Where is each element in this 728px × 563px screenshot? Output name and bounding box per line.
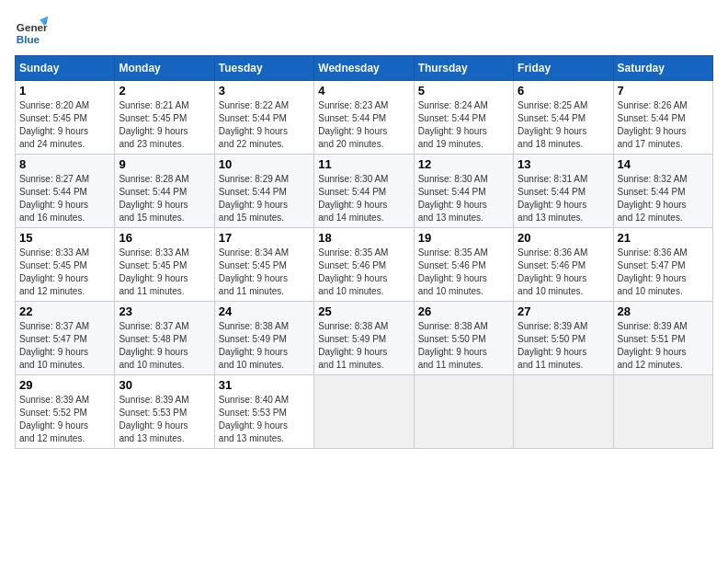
table-row: 26Sunrise: 8:38 AMSunset: 5:50 PMDayligh… xyxy=(414,302,513,375)
day-number: 31 xyxy=(219,378,310,392)
day-number: 9 xyxy=(119,157,210,171)
day-info: Sunrise: 8:33 AMSunset: 5:45 PMDaylight:… xyxy=(119,247,210,298)
col-monday: Monday xyxy=(115,56,214,81)
table-row: 31Sunrise: 8:40 AMSunset: 5:53 PMDayligh… xyxy=(214,375,313,449)
table-row xyxy=(414,375,513,449)
table-row: 18Sunrise: 8:35 AMSunset: 5:46 PMDayligh… xyxy=(314,228,414,302)
day-info: Sunrise: 8:32 AMSunset: 5:44 PMDaylight:… xyxy=(618,173,709,224)
table-row: 22Sunrise: 8:37 AMSunset: 5:47 PMDayligh… xyxy=(16,302,115,375)
col-sunday: Sunday xyxy=(16,56,115,81)
table-row: 25Sunrise: 8:38 AMSunset: 5:49 PMDayligh… xyxy=(314,302,414,375)
table-row: 2Sunrise: 8:21 AMSunset: 5:45 PMDaylight… xyxy=(115,81,214,155)
day-number: 5 xyxy=(418,84,509,98)
day-number: 7 xyxy=(618,84,709,98)
day-number: 6 xyxy=(518,84,609,98)
day-info: Sunrise: 8:38 AMSunset: 5:49 PMDaylight:… xyxy=(318,320,409,372)
day-info: Sunrise: 8:31 AMSunset: 5:44 PMDaylight:… xyxy=(518,173,609,224)
day-number: 21 xyxy=(618,231,709,245)
table-row xyxy=(514,375,613,449)
day-number: 4 xyxy=(318,84,409,98)
day-info: Sunrise: 8:27 AMSunset: 5:44 PMDaylight:… xyxy=(19,173,110,224)
table-row: 27Sunrise: 8:39 AMSunset: 5:50 PMDayligh… xyxy=(514,302,613,375)
col-tuesday: Tuesday xyxy=(214,56,313,81)
day-number: 13 xyxy=(518,157,609,171)
day-number: 3 xyxy=(219,84,310,98)
day-info: Sunrise: 8:38 AMSunset: 5:50 PMDaylight:… xyxy=(418,320,509,372)
day-number: 30 xyxy=(119,378,210,392)
day-number: 29 xyxy=(19,378,110,392)
day-number: 2 xyxy=(119,84,210,98)
day-info: Sunrise: 8:39 AMSunset: 5:51 PMDaylight:… xyxy=(618,320,709,372)
day-info: Sunrise: 8:26 AMSunset: 5:44 PMDaylight:… xyxy=(618,99,709,151)
logo: General Blue xyxy=(15,15,51,48)
table-row: 3Sunrise: 8:22 AMSunset: 5:44 PMDaylight… xyxy=(214,81,313,155)
day-number: 22 xyxy=(19,304,110,318)
day-number: 25 xyxy=(318,304,409,318)
day-number: 16 xyxy=(119,231,210,245)
day-info: Sunrise: 8:33 AMSunset: 5:45 PMDaylight:… xyxy=(19,247,110,298)
table-row: 8Sunrise: 8:27 AMSunset: 5:44 PMDaylight… xyxy=(16,155,115,228)
table-row: 1Sunrise: 8:20 AMSunset: 5:45 PMDaylight… xyxy=(16,81,115,155)
day-number: 11 xyxy=(318,157,409,171)
table-row: 14Sunrise: 8:32 AMSunset: 5:44 PMDayligh… xyxy=(613,155,712,228)
day-info: Sunrise: 8:22 AMSunset: 5:44 PMDaylight:… xyxy=(219,99,310,151)
table-row: 12Sunrise: 8:30 AMSunset: 5:44 PMDayligh… xyxy=(414,155,513,228)
table-row: 9Sunrise: 8:28 AMSunset: 5:44 PMDaylight… xyxy=(115,155,214,228)
day-info: Sunrise: 8:39 AMSunset: 5:50 PMDaylight:… xyxy=(518,320,609,372)
table-row: 23Sunrise: 8:37 AMSunset: 5:48 PMDayligh… xyxy=(115,302,214,375)
day-info: Sunrise: 8:29 AMSunset: 5:44 PMDaylight:… xyxy=(219,173,310,224)
day-number: 27 xyxy=(518,304,609,318)
table-row: 30Sunrise: 8:39 AMSunset: 5:53 PMDayligh… xyxy=(115,375,214,449)
day-number: 8 xyxy=(19,157,110,171)
table-row: 5Sunrise: 8:24 AMSunset: 5:44 PMDaylight… xyxy=(414,81,513,155)
day-info: Sunrise: 8:34 AMSunset: 5:45 PMDaylight:… xyxy=(219,247,310,298)
day-number: 24 xyxy=(219,304,310,318)
table-row: 4Sunrise: 8:23 AMSunset: 5:44 PMDaylight… xyxy=(314,81,414,155)
table-row: 21Sunrise: 8:36 AMSunset: 5:47 PMDayligh… xyxy=(613,228,712,302)
svg-text:Blue: Blue xyxy=(17,33,40,45)
day-info: Sunrise: 8:30 AMSunset: 5:44 PMDaylight:… xyxy=(418,173,509,224)
table-row: 10Sunrise: 8:29 AMSunset: 5:44 PMDayligh… xyxy=(214,155,313,228)
day-info: Sunrise: 8:37 AMSunset: 5:48 PMDaylight:… xyxy=(119,320,210,372)
day-info: Sunrise: 8:35 AMSunset: 5:46 PMDaylight:… xyxy=(418,247,509,298)
day-info: Sunrise: 8:28 AMSunset: 5:44 PMDaylight:… xyxy=(119,173,210,224)
day-info: Sunrise: 8:23 AMSunset: 5:44 PMDaylight:… xyxy=(318,99,409,151)
calendar-table: Sunday Monday Tuesday Wednesday Thursday… xyxy=(15,55,713,449)
day-info: Sunrise: 8:21 AMSunset: 5:45 PMDaylight:… xyxy=(119,99,210,151)
day-number: 10 xyxy=(219,157,310,171)
day-number: 19 xyxy=(418,231,509,245)
day-info: Sunrise: 8:20 AMSunset: 5:45 PMDaylight:… xyxy=(19,99,110,151)
table-row xyxy=(613,375,712,449)
day-number: 17 xyxy=(219,231,310,245)
day-info: Sunrise: 8:24 AMSunset: 5:44 PMDaylight:… xyxy=(418,99,509,151)
day-info: Sunrise: 8:36 AMSunset: 5:47 PMDaylight:… xyxy=(618,247,709,298)
table-row xyxy=(314,375,414,449)
table-row: 6Sunrise: 8:25 AMSunset: 5:44 PMDaylight… xyxy=(514,81,613,155)
col-friday: Friday xyxy=(514,56,613,81)
calendar-week-row: 8Sunrise: 8:27 AMSunset: 5:44 PMDaylight… xyxy=(16,155,713,228)
day-info: Sunrise: 8:38 AMSunset: 5:49 PMDaylight:… xyxy=(219,320,310,372)
day-info: Sunrise: 8:40 AMSunset: 5:53 PMDaylight:… xyxy=(219,394,310,445)
table-row: 20Sunrise: 8:36 AMSunset: 5:46 PMDayligh… xyxy=(514,228,613,302)
col-wednesday: Wednesday xyxy=(314,56,414,81)
day-info: Sunrise: 8:37 AMSunset: 5:47 PMDaylight:… xyxy=(19,320,110,372)
day-info: Sunrise: 8:39 AMSunset: 5:52 PMDaylight:… xyxy=(19,394,110,445)
logo-icon: General Blue xyxy=(15,15,48,48)
calendar-week-row: 1Sunrise: 8:20 AMSunset: 5:45 PMDaylight… xyxy=(16,81,713,155)
table-row: 11Sunrise: 8:30 AMSunset: 5:44 PMDayligh… xyxy=(314,155,414,228)
calendar-header-row: Sunday Monday Tuesday Wednesday Thursday… xyxy=(16,56,713,81)
table-row: 17Sunrise: 8:34 AMSunset: 5:45 PMDayligh… xyxy=(214,228,313,302)
day-info: Sunrise: 8:36 AMSunset: 5:46 PMDaylight:… xyxy=(518,247,609,298)
calendar-week-row: 29Sunrise: 8:39 AMSunset: 5:52 PMDayligh… xyxy=(16,375,713,449)
header: General Blue xyxy=(15,15,713,48)
day-info: Sunrise: 8:25 AMSunset: 5:44 PMDaylight:… xyxy=(518,99,609,151)
col-thursday: Thursday xyxy=(414,56,513,81)
day-number: 12 xyxy=(418,157,509,171)
day-number: 18 xyxy=(318,231,409,245)
calendar-week-row: 22Sunrise: 8:37 AMSunset: 5:47 PMDayligh… xyxy=(16,302,713,375)
calendar-week-row: 15Sunrise: 8:33 AMSunset: 5:45 PMDayligh… xyxy=(16,228,713,302)
day-number: 15 xyxy=(19,231,110,245)
day-number: 14 xyxy=(618,157,709,171)
table-row: 28Sunrise: 8:39 AMSunset: 5:51 PMDayligh… xyxy=(613,302,712,375)
day-number: 20 xyxy=(518,231,609,245)
